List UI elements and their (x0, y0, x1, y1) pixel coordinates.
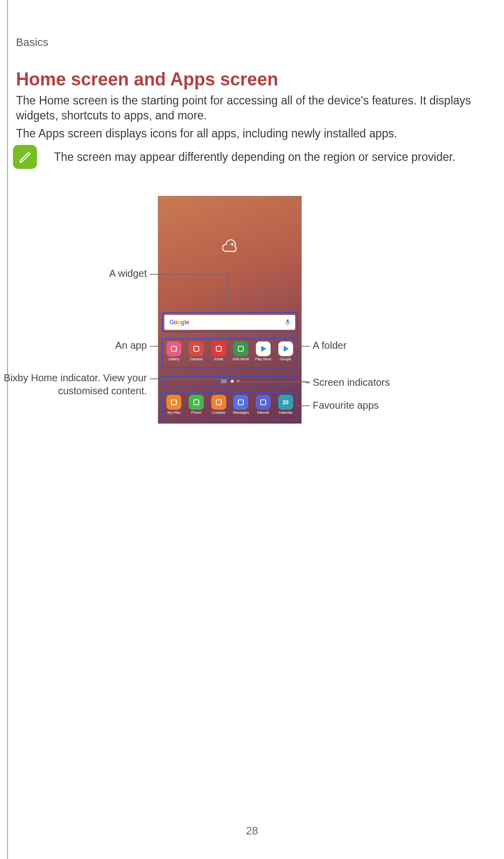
page-number: 28 (246, 825, 258, 838)
leader-lines (0, 0, 504, 450)
